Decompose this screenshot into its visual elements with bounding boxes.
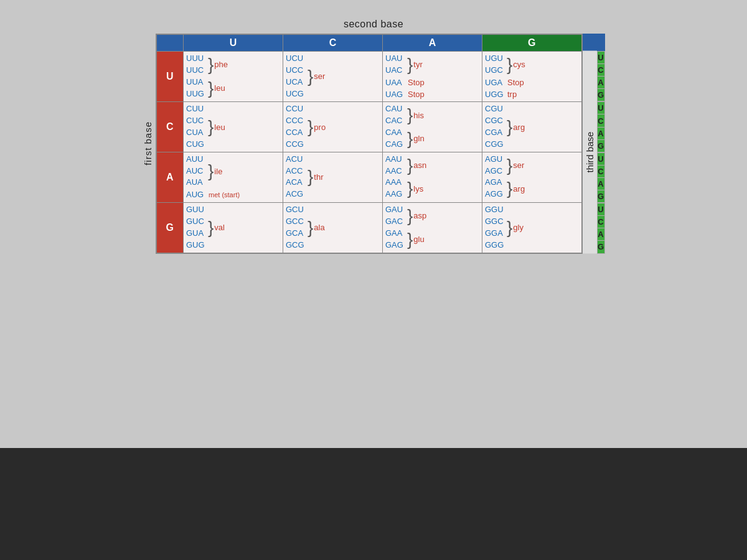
row-header-A: A <box>156 152 184 202</box>
aa-ser-uc: ser <box>314 72 325 81</box>
row-header-G: G <box>156 203 184 253</box>
aa-trp: trp <box>507 89 517 101</box>
cell-AC: ACU ACC ACA ACG } thr <box>283 152 383 202</box>
codon-UUC: UUC <box>186 65 207 77</box>
codon-GGC: GGC <box>485 216 506 228</box>
bracket-gly: } <box>507 219 512 236</box>
aa-thr: thr <box>314 172 323 182</box>
codon-GGA: GGA <box>485 228 506 240</box>
aa-arg-a: arg <box>513 184 525 194</box>
bracket-ser-uc: } <box>308 68 313 85</box>
codon-AAG: AAG <box>385 189 406 200</box>
aa-leu-c: leu <box>214 123 225 132</box>
row-header-U: U <box>156 52 184 102</box>
codon-AGC: AGC <box>485 166 506 177</box>
third-base-C-G: G <box>598 139 604 152</box>
aa-met: met (start) <box>209 190 240 200</box>
codon-AGG: AGG <box>485 189 506 200</box>
aa-stop-uga: Stop <box>507 77 524 89</box>
bracket-asp: } <box>407 207 413 225</box>
codon-CGC: CGC <box>485 115 506 127</box>
third-base-A-A: A <box>598 177 604 190</box>
codon-CAC: CAC <box>385 115 406 127</box>
aa-ile: ile <box>214 167 222 176</box>
codon-AAU: AAU <box>385 154 406 166</box>
codon-CUC: CUC <box>186 115 207 127</box>
third-base-G-A: A <box>598 228 604 240</box>
codon-table: U C A G U UUU <box>156 34 583 254</box>
codon-AUC: AUC <box>186 166 207 177</box>
codon-table-wrapper: first base U C A G U <box>143 34 605 254</box>
bracket-cys: } <box>507 56 512 73</box>
second-base-label: second base <box>344 19 403 30</box>
codon-ACG: ACG <box>286 189 307 200</box>
codon-GUU: GUU <box>186 204 207 216</box>
codon-GAC: GAC <box>385 216 406 228</box>
bracket-his: } <box>407 106 413 124</box>
codon-GAU: GAU <box>385 204 406 216</box>
third-base-A-U: U <box>598 153 604 165</box>
aa-gln: gln <box>413 134 424 143</box>
codon-GGG: GGG <box>485 240 506 251</box>
bracket-leu-u: } <box>208 80 214 97</box>
bracket-ser-ag: } <box>507 157 512 174</box>
cell-UA: UAU UAC } tyr UAA Stop UA <box>383 52 482 102</box>
aa-glu: glu <box>413 235 424 244</box>
aa-cys: cys <box>513 60 525 69</box>
codon-UCU: UCU <box>286 53 307 65</box>
aa-asp: asp <box>413 211 426 220</box>
third-base-group-U: U C A G <box>597 51 605 101</box>
cell-GC: GCU GCC GCA GCG } ala <box>283 203 383 253</box>
codon-UAC: UAC <box>385 65 406 77</box>
codon-AGU: AGU <box>485 154 506 166</box>
bracket-asn: } <box>407 157 413 174</box>
cell-CU: CUU CUC CUA CUG } leu <box>184 102 283 152</box>
codon-UAG: UAG <box>385 89 406 101</box>
aa-val: val <box>214 223 225 232</box>
bracket-ile: } <box>208 162 214 180</box>
codon-ACU: ACU <box>286 154 307 166</box>
codon-ACC: ACC <box>286 166 307 177</box>
col-header-c: C <box>283 34 383 52</box>
codon-AGA: AGA <box>485 177 506 189</box>
third-base-U-G: G <box>598 88 604 101</box>
cell-AA: AAU AAC } asn AAA AAG <box>383 152 482 202</box>
col-header-empty <box>156 34 184 52</box>
codon-GCG: GCG <box>286 240 307 251</box>
main-container: second base first base U C A G <box>143 19 605 254</box>
col-header-u: U <box>184 34 283 52</box>
row-header-C: C <box>156 102 184 152</box>
table-and-third: U C A G U UUU <box>156 34 605 254</box>
codon-CAU: CAU <box>385 103 406 115</box>
bracket-arg-a: } <box>507 180 512 197</box>
codon-CUG: CUG <box>186 139 207 151</box>
aa-leu-u: leu <box>214 83 225 93</box>
codon-UCG: UCG <box>286 88 307 100</box>
bracket-leu-c: } <box>208 118 214 136</box>
codon-CAG: CAG <box>385 139 406 151</box>
third-base-A-C: C <box>598 165 604 177</box>
cell-CA: CAU CAC } his CAA CAG <box>383 102 482 152</box>
aa-lys: lys <box>413 184 423 194</box>
aa-phe: phe <box>214 60 228 69</box>
col-header-a: A <box>383 34 482 52</box>
codon-UGU: UGU <box>485 53 506 65</box>
codon-AUG: AUG <box>186 189 207 201</box>
cell-AG: AGU AGC } ser AGA AGG <box>482 152 582 202</box>
codon-UUA: UUA <box>186 77 207 88</box>
third-base-U-U: U <box>598 52 604 63</box>
third-base-U-A: A <box>598 76 604 88</box>
cell-UC: UCU UCC UCA UCG } ser <box>283 52 383 102</box>
codon-GUC: GUC <box>186 216 207 228</box>
codon-CUA: CUA <box>186 127 207 139</box>
aa-asn: asn <box>413 161 426 170</box>
third-base-header-spacer <box>583 34 605 51</box>
third-base-G-G: G <box>598 240 604 253</box>
third-base-group-G: U C A G <box>597 203 605 253</box>
cell-CC: CCU CCC CCA CCG } pro <box>283 102 383 152</box>
codon-UUG: UUG <box>186 88 207 100</box>
codon-AAC: AAC <box>385 166 406 177</box>
row-U: U UUU UUC } phe <box>156 52 582 102</box>
cell-CG: CGU CGC CGA CGG } arg <box>482 102 582 152</box>
codon-UCC: UCC <box>286 65 307 77</box>
